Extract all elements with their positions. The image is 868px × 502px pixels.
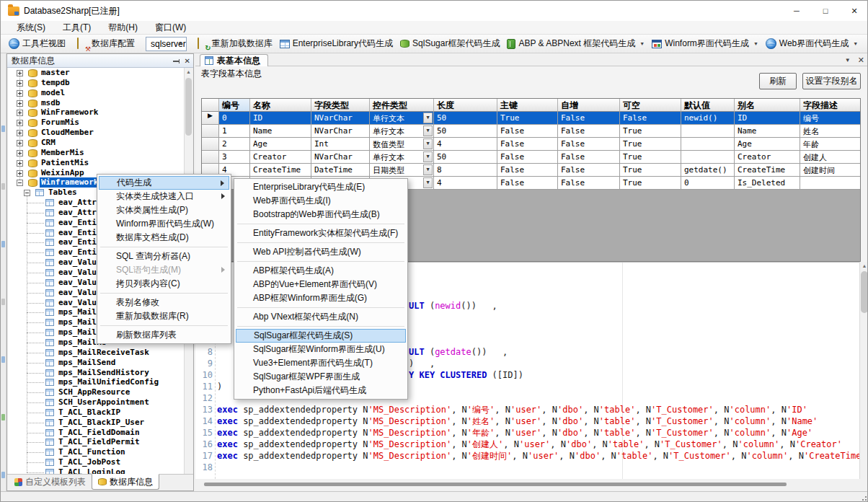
scroll-up-icon[interactable]: ▲ — [185, 68, 192, 76]
submenu-item[interactable]: SqlSugar框架WPF界面生成 — [236, 370, 406, 384]
submenu-item[interactable]: SqlSugar框架Winform界面生成(U) — [236, 343, 406, 356]
grid-cell[interactable]: 1 — [219, 125, 250, 138]
grid-header-cell[interactable]: 自增 — [558, 99, 620, 112]
tree-node-table[interactable]: SCH_UserAppointment — [8, 397, 185, 408]
combobox-dropdown-icon[interactable]: ▼ — [423, 151, 433, 162]
editor-scrollbar-thumb[interactable] — [861, 271, 868, 313]
expand-icon[interactable] — [17, 110, 23, 116]
grid-cell[interactable]: NVarChar — [311, 112, 370, 125]
submenu-item[interactable]: Bootstrap的Web界面代码生成(B) — [236, 208, 406, 221]
minimize-button[interactable]: ─ — [782, 1, 811, 21]
database-type-combobox[interactable]: sqlserver ▼ — [146, 37, 187, 51]
submenu-item[interactable]: Web界面代码生成(I) — [236, 194, 406, 208]
grid-cell[interactable]: True — [620, 138, 681, 151]
grid-cell[interactable]: Age — [735, 138, 800, 151]
tree-node-database[interactable]: tempdb — [8, 78, 185, 88]
combobox-dropdown-icon[interactable]: ▼ — [423, 164, 433, 175]
toolbar-dbconfig-button[interactable]: ⚒ 数据库配置 — [74, 36, 138, 52]
toolbar-sqlsugar-button[interactable]: SqlSugar框架代码生成 — [397, 36, 503, 52]
submenu-item[interactable]: Abp VNext框架代码生成(N) — [236, 310, 406, 324]
expand-icon[interactable] — [17, 170, 23, 177]
expand-icon[interactable] — [17, 80, 23, 87]
grid-cell[interactable]: 创建时间 — [800, 164, 861, 177]
grid-cell[interactable]: DateTime — [311, 164, 370, 177]
grid-cell[interactable] — [800, 177, 861, 190]
grid-header-cell[interactable]: 可空 — [620, 99, 681, 112]
grid-cell[interactable]: True — [620, 164, 681, 177]
set-field-alias-button[interactable]: 设置字段别名 — [802, 73, 861, 89]
grid-cell[interactable] — [681, 138, 735, 151]
menubar-item[interactable]: 系统(S) — [8, 21, 54, 34]
tree-node-table[interactable]: mps_MailReceiveTask — [8, 348, 185, 358]
submenu-item[interactable]: ABP的Vue+Element界面代码(V) — [236, 278, 406, 291]
grid-cell[interactable]: False — [558, 112, 620, 125]
context-menu-item[interactable]: 实体类属性生成(P) — [99, 203, 229, 217]
editor-vertical-scrollbar[interactable]: ▲ — [859, 262, 868, 479]
grid-cell[interactable]: 8 — [434, 164, 497, 177]
grid-cell[interactable]: False — [497, 138, 558, 151]
grid-header-cell[interactable]: 字段描述 — [800, 99, 861, 112]
toolbar-abp-button[interactable]: ABP & ABPNext 框架代码生成 ▼ — [503, 36, 648, 52]
grid-cell[interactable] — [681, 151, 735, 164]
expand-icon[interactable] — [17, 150, 23, 157]
grid-cell[interactable]: 单行文本▼ — [370, 125, 434, 138]
tree-node-database[interactable]: ForumMis — [8, 118, 185, 128]
collapse-icon[interactable] — [24, 190, 30, 196]
grid-cell[interactable]: False — [497, 151, 558, 164]
toolbar-winform-button[interactable]: Winform界面代码生成 ▼ — [648, 36, 762, 52]
expand-icon[interactable] — [17, 140, 23, 146]
expand-icon[interactable] — [17, 160, 23, 167]
context-menu-item[interactable]: SQL 查询分析器(A) — [99, 250, 229, 263]
grid-cell[interactable]: Int — [311, 138, 370, 151]
context-menu-item[interactable]: 数据库文档生成(D) — [99, 231, 229, 245]
submenu-item[interactable]: ABP框架代码生成(A) — [236, 264, 406, 278]
grid-cell[interactable]: True — [497, 112, 558, 125]
tree-node-table[interactable]: T_ACL_Function — [8, 447, 185, 457]
tree-node-database[interactable]: model — [8, 88, 185, 98]
expand-icon[interactable] — [17, 120, 23, 126]
grid-cell[interactable]: 50 — [434, 112, 497, 125]
grid-cell[interactable]: 创建人 — [800, 151, 861, 164]
tab-custom-templates[interactable]: 自定义模板列表 — [9, 475, 92, 490]
tree-node-database[interactable]: PatientMis — [8, 158, 185, 168]
close-button[interactable]: ✕ — [840, 1, 868, 21]
resize-grip[interactable] — [860, 494, 867, 501]
grid-cell[interactable]: 3 — [219, 151, 250, 164]
tree-node-table[interactable]: T_ACL_BlackIP — [8, 408, 185, 418]
grid-cell[interactable]: True — [620, 151, 681, 164]
grid-cell[interactable]: Age — [250, 138, 311, 151]
grid-cell[interactable]: 0 — [219, 112, 250, 125]
grid-cell[interactable]: True — [620, 177, 681, 190]
grid-cell[interactable]: False — [558, 177, 620, 190]
grid-cell[interactable]: ID — [735, 112, 800, 125]
submenu-item[interactable]: ABP框架Winform界面生成(G) — [236, 291, 406, 305]
grid-cell[interactable]: True — [620, 125, 681, 138]
expand-icon[interactable] — [17, 90, 23, 97]
tree-node-database[interactable]: WinFramework — [8, 107, 185, 118]
grid-header-cell[interactable]: 编号 — [219, 99, 250, 112]
tree-scrollbar-thumb[interactable] — [185, 78, 192, 136]
grid-cell[interactable]: False — [497, 177, 558, 190]
grid-cell[interactable]: False — [558, 151, 620, 164]
submenu-item[interactable]: EntityFramework实体框架代码生成(F) — [236, 226, 406, 240]
grid-header-cell[interactable]: 长度 — [434, 99, 497, 112]
editor-hscrollbar-thumb[interactable] — [204, 483, 787, 486]
grid-cell[interactable]: False — [497, 164, 558, 177]
grid-cell[interactable]: NVarChar — [311, 125, 370, 138]
toolbar-view-button[interactable]: 工具栏视图 — [5, 36, 69, 52]
combobox-dropdown-icon[interactable]: ▼ — [423, 113, 433, 123]
tree-node-table[interactable]: mps_MailUnifiedConfig — [8, 377, 185, 387]
grid-cell[interactable]: Name — [735, 125, 800, 138]
chevron-down-icon[interactable]: ▼ — [753, 41, 758, 46]
grid-cell[interactable]: CreateTime — [250, 164, 311, 177]
grid-cell[interactable]: Creator — [735, 151, 800, 164]
grid-header-cell[interactable]: 名称 — [250, 99, 311, 112]
grid-cell[interactable]: NVarChar — [311, 151, 370, 164]
grid-cell[interactable]: 年龄 — [800, 138, 861, 151]
grid-header-cell[interactable]: 别名 — [735, 99, 800, 112]
grid-cell[interactable]: 2 — [219, 138, 250, 151]
grid-header-cell[interactable]: 字段类型 — [311, 99, 370, 112]
grid-cell[interactable]: 50 — [434, 151, 497, 164]
chevron-down-icon[interactable]: ▼ — [853, 41, 858, 46]
grid-cell[interactable]: 单行文本▼ — [370, 112, 434, 125]
